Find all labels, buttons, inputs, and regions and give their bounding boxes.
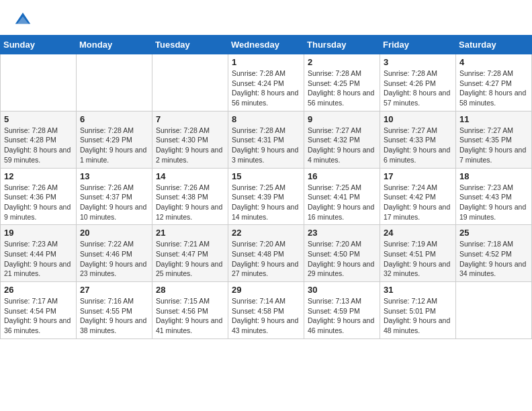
day-info: Sunrise: 7:27 AMSunset: 4:33 PMDaylight:… [384, 126, 452, 165]
day-info: Sunrise: 7:28 AMSunset: 4:28 PMDaylight:… [4, 126, 73, 165]
day-info: Sunrise: 7:26 AMSunset: 4:36 PMDaylight:… [4, 183, 73, 222]
calendar-cell: 23Sunrise: 7:20 AMSunset: 4:50 PMDayligh… [304, 225, 380, 282]
logo [13, 11, 35, 30]
day-number: 29 [232, 285, 300, 295]
calendar-cell: 18Sunrise: 7:23 AMSunset: 4:43 PMDayligh… [456, 168, 532, 225]
day-info: Sunrise: 7:19 AMSunset: 4:51 PMDaylight:… [384, 239, 452, 279]
calendar-cell: 24Sunrise: 7:19 AMSunset: 4:51 PMDayligh… [380, 225, 456, 282]
day-number: 3 [384, 57, 452, 67]
day-number: 2 [308, 57, 376, 67]
day-info: Sunrise: 7:20 AMSunset: 4:48 PMDaylight:… [232, 239, 300, 279]
calendar-cell: 7Sunrise: 7:28 AMSunset: 4:30 PMDaylight… [152, 111, 228, 168]
calendar-cell: 19Sunrise: 7:23 AMSunset: 4:44 PMDayligh… [1, 225, 77, 282]
day-number: 11 [459, 114, 528, 124]
day-number: 26 [4, 285, 73, 295]
calendar-cell: 29Sunrise: 7:14 AMSunset: 4:58 PMDayligh… [228, 282, 304, 339]
day-info: Sunrise: 7:28 AMSunset: 4:26 PMDaylight:… [384, 68, 452, 108]
calendar-cell [77, 54, 152, 111]
day-info: Sunrise: 7:14 AMSunset: 4:58 PMDaylight:… [232, 296, 300, 336]
calendar-cell [1, 54, 77, 111]
day-number: 28 [156, 285, 224, 295]
col-header-monday: Monday [77, 36, 152, 54]
day-number: 17 [384, 171, 452, 181]
calendar-cell: 25Sunrise: 7:18 AMSunset: 4:52 PMDayligh… [456, 225, 532, 282]
day-number: 22 [232, 228, 300, 238]
day-info: Sunrise: 7:12 AMSunset: 5:01 PMDaylight:… [384, 296, 452, 336]
calendar-week-row: 5Sunrise: 7:28 AMSunset: 4:28 PMDaylight… [1, 111, 532, 168]
calendar-cell: 6Sunrise: 7:28 AMSunset: 4:29 PMDaylight… [77, 111, 152, 168]
page-header [0, 0, 532, 35]
calendar-cell: 14Sunrise: 7:26 AMSunset: 4:38 PMDayligh… [152, 168, 228, 225]
calendar-cell [152, 54, 228, 111]
day-info: Sunrise: 7:28 AMSunset: 4:31 PMDaylight:… [232, 126, 300, 165]
calendar-cell: 31Sunrise: 7:12 AMSunset: 5:01 PMDayligh… [380, 282, 456, 339]
calendar-cell: 21Sunrise: 7:21 AMSunset: 4:47 PMDayligh… [152, 225, 228, 282]
calendar-cell: 1Sunrise: 7:28 AMSunset: 4:24 PMDaylight… [228, 54, 304, 111]
calendar-cell: 12Sunrise: 7:26 AMSunset: 4:36 PMDayligh… [1, 168, 77, 225]
day-number: 6 [80, 114, 148, 124]
col-header-sunday: Sunday [1, 36, 77, 54]
day-number: 5 [4, 114, 73, 124]
day-number: 7 [156, 114, 224, 124]
day-number: 15 [232, 171, 300, 181]
day-info: Sunrise: 7:25 AMSunset: 4:39 PMDaylight:… [232, 183, 300, 222]
day-info: Sunrise: 7:27 AMSunset: 4:32 PMDaylight:… [308, 126, 376, 165]
calendar-week-row: 26Sunrise: 7:17 AMSunset: 4:54 PMDayligh… [1, 282, 532, 339]
day-info: Sunrise: 7:17 AMSunset: 4:54 PMDaylight:… [4, 296, 73, 336]
day-info: Sunrise: 7:28 AMSunset: 4:24 PMDaylight:… [232, 68, 300, 108]
day-info: Sunrise: 7:13 AMSunset: 4:59 PMDaylight:… [308, 296, 376, 336]
day-info: Sunrise: 7:27 AMSunset: 4:35 PMDaylight:… [459, 126, 528, 165]
calendar-cell: 11Sunrise: 7:27 AMSunset: 4:35 PMDayligh… [456, 111, 532, 168]
col-header-friday: Friday [380, 36, 456, 54]
calendar-cell: 2Sunrise: 7:28 AMSunset: 4:25 PMDaylight… [304, 54, 380, 111]
calendar-cell: 5Sunrise: 7:28 AMSunset: 4:28 PMDaylight… [1, 111, 77, 168]
calendar-cell: 13Sunrise: 7:26 AMSunset: 4:37 PMDayligh… [77, 168, 152, 225]
day-info: Sunrise: 7:16 AMSunset: 4:55 PMDaylight:… [80, 296, 148, 336]
calendar-week-row: 19Sunrise: 7:23 AMSunset: 4:44 PMDayligh… [1, 225, 532, 282]
day-number: 24 [384, 228, 452, 238]
calendar-cell: 20Sunrise: 7:22 AMSunset: 4:46 PMDayligh… [77, 225, 152, 282]
day-info: Sunrise: 7:22 AMSunset: 4:46 PMDaylight:… [80, 239, 148, 279]
calendar-cell: 10Sunrise: 7:27 AMSunset: 4:33 PMDayligh… [380, 111, 456, 168]
calendar-cell: 26Sunrise: 7:17 AMSunset: 4:54 PMDayligh… [1, 282, 77, 339]
calendar-table: SundayMondayTuesdayWednesdayThursdayFrid… [0, 35, 532, 339]
calendar-cell: 30Sunrise: 7:13 AMSunset: 4:59 PMDayligh… [304, 282, 380, 339]
calendar-cell: 22Sunrise: 7:20 AMSunset: 4:48 PMDayligh… [228, 225, 304, 282]
day-info: Sunrise: 7:15 AMSunset: 4:56 PMDaylight:… [156, 296, 224, 336]
calendar-cell: 27Sunrise: 7:16 AMSunset: 4:55 PMDayligh… [77, 282, 152, 339]
calendar-week-row: 1Sunrise: 7:28 AMSunset: 4:24 PMDaylight… [1, 54, 532, 111]
day-number: 10 [384, 114, 452, 124]
day-number: 14 [156, 171, 224, 181]
day-info: Sunrise: 7:28 AMSunset: 4:30 PMDaylight:… [156, 126, 224, 165]
calendar-cell: 16Sunrise: 7:25 AMSunset: 4:41 PMDayligh… [304, 168, 380, 225]
calendar-cell: 4Sunrise: 7:28 AMSunset: 4:27 PMDaylight… [456, 54, 532, 111]
day-info: Sunrise: 7:18 AMSunset: 4:52 PMDaylight:… [459, 239, 528, 279]
day-number: 25 [459, 228, 528, 238]
calendar-cell: 3Sunrise: 7:28 AMSunset: 4:26 PMDaylight… [380, 54, 456, 111]
day-info: Sunrise: 7:26 AMSunset: 4:38 PMDaylight:… [156, 183, 224, 222]
calendar-cell [456, 282, 532, 339]
day-info: Sunrise: 7:28 AMSunset: 4:29 PMDaylight:… [80, 126, 148, 165]
calendar-cell: 17Sunrise: 7:24 AMSunset: 4:42 PMDayligh… [380, 168, 456, 225]
day-number: 12 [4, 171, 73, 181]
col-header-tuesday: Tuesday [152, 36, 228, 54]
day-number: 19 [4, 228, 73, 238]
day-number: 31 [384, 285, 452, 295]
day-info: Sunrise: 7:24 AMSunset: 4:42 PMDaylight:… [384, 183, 452, 222]
calendar-cell: 15Sunrise: 7:25 AMSunset: 4:39 PMDayligh… [228, 168, 304, 225]
day-number: 4 [459, 57, 528, 67]
day-number: 30 [308, 285, 376, 295]
day-number: 9 [308, 114, 376, 124]
col-header-wednesday: Wednesday [228, 36, 304, 54]
day-info: Sunrise: 7:28 AMSunset: 4:25 PMDaylight:… [308, 68, 376, 108]
calendar-cell: 8Sunrise: 7:28 AMSunset: 4:31 PMDaylight… [228, 111, 304, 168]
day-number: 1 [232, 57, 300, 67]
day-number: 23 [308, 228, 376, 238]
day-number: 8 [232, 114, 300, 124]
col-header-saturday: Saturday [456, 36, 532, 54]
col-header-thursday: Thursday [304, 36, 380, 54]
day-info: Sunrise: 7:26 AMSunset: 4:37 PMDaylight:… [80, 183, 148, 222]
day-info: Sunrise: 7:25 AMSunset: 4:41 PMDaylight:… [308, 183, 376, 222]
day-info: Sunrise: 7:23 AMSunset: 4:43 PMDaylight:… [459, 183, 528, 222]
day-info: Sunrise: 7:28 AMSunset: 4:27 PMDaylight:… [459, 68, 528, 108]
